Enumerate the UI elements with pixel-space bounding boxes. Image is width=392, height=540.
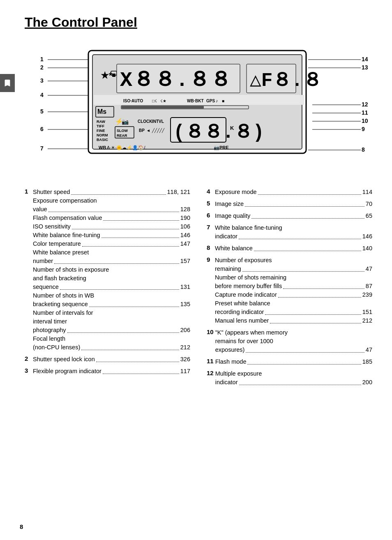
main-content: The Control Panel 1 2 3 4 5 6 7 — [0, 0, 392, 415]
entry-page: 146 — [362, 232, 372, 241]
entry-page: 47 — [366, 346, 372, 354]
entry-row: remaining 47 — [215, 265, 372, 273]
entry-label: sequence — [33, 283, 59, 291]
entry-row: Flash mode 185 — [215, 358, 372, 366]
entry-label: value — [33, 205, 47, 214]
entry-row: Shutter speed 118, 121 — [33, 188, 190, 196]
entry-row: "K" (appears when memory — [215, 328, 372, 337]
entry-label: indicator — [215, 232, 238, 241]
entry-label: photography — [33, 326, 66, 335]
desc-item-5: 5 Image size 70 — [207, 200, 372, 208]
entry-row: Exposure mode 114 — [215, 188, 372, 196]
entry-page: 128 — [180, 205, 190, 214]
item-number: 10 — [207, 328, 215, 354]
svg-text:8: 8 — [362, 146, 365, 153]
entry-row: Manual lens number 212 — [215, 316, 372, 325]
right-description-column: 4 Exposure mode 114 — [207, 188, 372, 390]
entry-row: photography 206 — [33, 326, 190, 335]
entry-page: 157 — [180, 257, 190, 265]
svg-text:TIFF: TIFF — [97, 124, 104, 128]
svg-text:BASIC: BASIC — [97, 138, 108, 142]
entry-row: interval timer — [33, 317, 190, 326]
entry-row: exposures) 47 — [215, 346, 372, 354]
table-row: 6 Image quality 65 — [207, 212, 372, 220]
svg-text:BP: BP — [139, 128, 145, 133]
table-row: 2 Shutter speed lock icon 326 — [25, 355, 190, 364]
svg-text:REAR: REAR — [117, 134, 127, 138]
entry-page: 131 — [180, 283, 190, 291]
svg-text:◄: ◄ — [146, 128, 150, 133]
svg-text:╱╱╱╱╱: ╱╱╱╱╱ — [152, 128, 165, 133]
svg-text:9: 9 — [362, 126, 365, 132]
entry-label: number — [33, 257, 53, 265]
entry-row: Flash compensation value 190 — [33, 214, 190, 222]
page-number: 8 — [20, 523, 23, 530]
entry-row: Flexible program indicator 117 — [33, 367, 190, 376]
entry-page: 147 — [180, 240, 190, 248]
table-row: 8 White balance 140 — [207, 244, 372, 253]
item-number: 6 — [207, 212, 215, 220]
entry-row: Multiple exposure — [215, 369, 372, 378]
entry-page: 106 — [180, 222, 190, 231]
control-panel-diagram: 1 2 3 4 5 6 7 14 13 — [25, 42, 378, 173]
svg-text:(８８.８): (８８.８) — [173, 122, 264, 143]
entry-row: White balance fine-tuning 146 — [33, 231, 190, 240]
svg-text:3: 3 — [40, 77, 44, 84]
item-number: 1 — [25, 188, 33, 352]
table-row: 12 Multiple exposure indicator 200 — [207, 369, 372, 387]
entry-page: 212 — [180, 343, 190, 352]
item-number: 4 — [207, 188, 215, 196]
desc-item-1: 1 Shutter speed 118, 121 Exposure compen… — [25, 188, 190, 352]
item-number: 7 — [207, 224, 215, 241]
entry-page: 114 — [362, 188, 372, 196]
entry-label: Flexible program indicator — [33, 367, 101, 376]
desc-item-12: 12 Multiple exposure indicator 200 — [207, 369, 372, 387]
svg-text:2: 2 — [40, 64, 44, 71]
entry-label: Capture mode indicator — [215, 291, 277, 299]
svg-text:CLOCK: CLOCK — [138, 119, 152, 124]
table-row: 3 Flexible program indicator 117 — [25, 367, 190, 376]
entry-row: Preset white balance — [215, 299, 372, 308]
desc-item-2: 2 Shutter speed lock icon 326 — [25, 355, 190, 364]
svg-text:14: 14 — [362, 56, 368, 62]
entry-row: value 128 — [33, 205, 190, 214]
svg-text:A·☀·🌞☁⚡👤🏠/.: A·☀·🌞☁⚡👤🏠/. — [107, 145, 147, 150]
entry-label: White balance — [215, 244, 253, 253]
entry-page: 140 — [362, 244, 372, 253]
svg-text:12: 12 — [362, 101, 368, 108]
entry-row: White balance 140 — [215, 244, 372, 253]
svg-text:♪: ♪ — [216, 98, 218, 103]
entry-row: White balance fine-tuning — [215, 224, 372, 232]
item-number: 12 — [207, 369, 215, 387]
entry-page: 239 — [362, 291, 372, 299]
svg-text:6: 6 — [40, 126, 44, 132]
svg-text:RAW: RAW — [97, 120, 106, 124]
item-number: 9 — [207, 256, 215, 325]
svg-text:5: 5 — [40, 108, 44, 115]
entry-row: Number of intervals for — [33, 309, 190, 317]
entry-row: indicator 146 — [215, 232, 372, 241]
item-number: 3 — [25, 367, 33, 376]
entry-label: Exposure mode — [215, 188, 257, 196]
entry-label: Manual lens number — [215, 316, 269, 325]
table-row: 5 Image size 70 — [207, 200, 372, 208]
item-number: 2 — [25, 355, 33, 364]
entry-page: 87 — [366, 282, 372, 291]
entry-page: 146 — [180, 231, 190, 240]
svg-text:📷: 📷 — [122, 118, 129, 125]
entry-page: 70 — [366, 200, 372, 208]
entry-page: 135 — [180, 300, 190, 309]
entry-row: recording indicator 151 — [215, 308, 372, 316]
entry-label: Color temperature — [33, 240, 81, 248]
entry-page: 151 — [362, 308, 372, 316]
svg-text:X８８.８８: X８８.８８ — [120, 69, 232, 92]
desc-item-9: 9 Number of exposures remaining 47 Numbe… — [207, 256, 372, 325]
entry-label: remaining — [215, 265, 241, 273]
entry-row: (non-CPU lenses) 212 — [33, 343, 190, 352]
desc-item-6: 6 Image quality 65 — [207, 212, 372, 220]
entry-row: remains for over 1000 — [215, 337, 372, 346]
diagram-container: 1 2 3 4 5 6 7 14 13 — [25, 42, 378, 173]
svg-text:11: 11 — [362, 109, 368, 116]
svg-text:■: ■ — [222, 99, 224, 103]
entry-row: Number of shots remaining — [215, 273, 372, 282]
